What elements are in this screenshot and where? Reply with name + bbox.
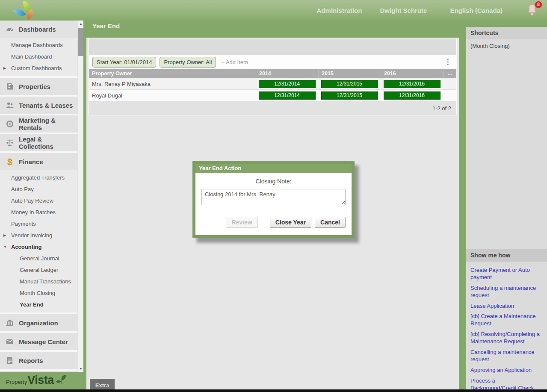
sidebar-item-money-in-batches[interactable]: Money In Batches: [0, 206, 77, 218]
sidebar-item-organization[interactable]: Organization: [0, 314, 77, 331]
sidebar-item-year-end[interactable]: Year End: [0, 299, 77, 310]
overflow-menu-icon[interactable]: ⋮: [445, 58, 451, 66]
sidebar-label: Marketing & Rentals: [19, 117, 77, 131]
help-link[interactable]: Approving an Application: [470, 367, 543, 374]
sidebar-item-aggregated-transfers[interactable]: Aggregated Transfers: [0, 172, 77, 183]
closing-note-input[interactable]: Closing 2014 for Mrs. Renay: [201, 189, 346, 205]
column-header-2014: 2014: [256, 69, 318, 78]
brand-vista-text: Vista: [27, 374, 54, 387]
table-header: Property Owner 2014 2015 2016 ...: [89, 69, 456, 78]
show-me-how-section: Show me how Create Payment or Auto payme…: [466, 249, 547, 392]
sidebar-item-reports[interactable]: Reports: [0, 352, 77, 369]
closing-note-label: Closing Note:: [195, 173, 352, 185]
sidebar-label: Reports: [19, 357, 43, 364]
close-date-button[interactable]: 12/31/2014: [259, 91, 316, 100]
year-end-table: Start Year: 01/01/2014 Property Owner: A…: [89, 55, 457, 115]
help-link[interactable]: Lease Application: [470, 303, 543, 310]
close-date-button[interactable]: 12/31/2016: [384, 91, 441, 100]
sidebar-label: Finance: [19, 158, 43, 165]
nav-language-menu[interactable]: English (Canada)▾: [450, 7, 508, 14]
sidebar-item-message-center[interactable]: Message Center: [0, 333, 77, 350]
sidebar-item-manage-dashboards[interactable]: Manage Dashboards: [0, 39, 77, 51]
sidebar-item-finance[interactable]: $ Finance: [0, 153, 77, 170]
sidebar-item-vendor-invoicing[interactable]: ▶Vendor Invoicing: [0, 230, 77, 241]
add-filter-button[interactable]: + Add Item: [221, 59, 248, 65]
show-me-how-title: Show me how: [466, 249, 547, 262]
sidebar-item-tenants-leases[interactable]: Tenants & Leases: [0, 97, 77, 114]
sidebar-item-auto-pay[interactable]: Auto Pay: [0, 183, 77, 195]
app-logo-leaves-icon: [15, 1, 38, 20]
nav-user-menu[interactable]: Dwight Schrute▾: [380, 7, 432, 14]
sidebar-item-legal-collections[interactable]: Legal & Collections: [0, 134, 77, 151]
window-bottom-edge: [0, 389, 547, 392]
pagination-status: 1-2 of 2: [89, 101, 456, 115]
people-icon: [4, 101, 15, 109]
sidebar-label: Properties: [19, 83, 50, 90]
sidebar-item-custom-dashboards[interactable]: ▶Custom Dashboards: [0, 62, 77, 74]
language-label: English (Canada): [450, 7, 503, 14]
filter-property-owner[interactable]: Property Owner: All: [160, 57, 216, 68]
top-bar: Administration Dwight Schrute▾ English (…: [0, 0, 547, 21]
table-row: Mrs. Renay P Miyasaka 12/31/2014 12/31/2…: [89, 78, 456, 89]
close-date-button[interactable]: 12/31/2016: [384, 80, 441, 88]
help-link[interactable]: Cancelling a maintenance request: [470, 349, 543, 363]
sidebar-label: Organization: [19, 319, 58, 327]
table-row: Royal Dugal 12/31/2014 12/31/2015 12/31/…: [89, 89, 456, 101]
shortcut-month-closing[interactable]: (Month Closing): [466, 39, 547, 51]
sidebar-item-dashboards[interactable]: Dashboards: [0, 21, 77, 38]
target-icon: [4, 120, 15, 128]
help-link[interactable]: [cb] Resolving/Completing a Maintenance …: [470, 331, 543, 345]
left-sidebar: Dashboards Manage Dashboards Main Dashbo…: [0, 21, 83, 372]
close-year-button[interactable]: Close Year: [270, 217, 311, 228]
dialog-buttons: Review Close Year Cancel: [195, 211, 352, 235]
sidebar-item-marketing-rentals[interactable]: Marketing & Rentals: [0, 115, 77, 133]
top-nav: Administration Dwight Schrute▾ English (…: [317, 0, 547, 21]
sidebar-group-finance: $ Finance Aggregated Transfers Auto Pay …: [0, 153, 77, 312]
sidebar-item-properties[interactable]: Properties: [0, 78, 77, 95]
sidebar-item-accounting[interactable]: ▼Accounting: [0, 241, 77, 253]
column-header-2016: 2016: [381, 69, 443, 78]
sidebar-label: Custom Dashboards: [11, 65, 62, 71]
gauge-icon: [4, 25, 15, 33]
property-vista-logo: PropertyVista: [6, 374, 67, 387]
review-button: Review: [226, 217, 257, 228]
sidebar-item-partial[interactable]: [0, 371, 77, 372]
chevron-right-icon: ▶: [3, 62, 6, 74]
sidebar-item-main-dashboard[interactable]: Main Dashboard: [0, 51, 77, 62]
scroll-up-icon[interactable]: ▲: [78, 21, 83, 27]
close-date-button[interactable]: 12/31/2014: [259, 80, 316, 88]
sidebar-item-manual-transactions[interactable]: Manual Transactions: [0, 276, 77, 287]
cancel-button[interactable]: Cancel: [315, 217, 346, 228]
sidebar-item-general-journal[interactable]: General Journal: [0, 253, 77, 264]
chevron-down-icon: ▼: [3, 241, 7, 253]
page-title: Year End: [92, 22, 120, 29]
sidebar-item-auto-pay-review[interactable]: Auto Pay Review: [0, 195, 77, 206]
sidebar-item-general-ledger[interactable]: General Ledger: [0, 264, 77, 276]
chevron-down-icon: ▾: [430, 9, 432, 13]
report-document-icon: [4, 356, 15, 365]
help-link[interactable]: Create Payment or Auto payment: [470, 267, 543, 281]
sidebar-item-month-closing[interactable]: Month Closing: [0, 287, 77, 299]
scroll-down-icon[interactable]: ▼: [78, 365, 83, 372]
help-link[interactable]: Scheduling a maintenance request: [470, 285, 543, 299]
filter-start-year[interactable]: Start Year: 01/01/2014: [92, 57, 156, 68]
dialog-title: Year End Action: [195, 164, 352, 173]
scrollbar-thumb[interactable]: [78, 28, 83, 56]
sidebar-group-dashboards: Dashboards Manage Dashboards Main Dashbo…: [0, 21, 77, 76]
notifications-button[interactable]: 8: [526, 3, 539, 18]
close-date-button[interactable]: 12/31/2015: [321, 80, 378, 88]
owner-cell: Mrs. Renay P Miyasaka: [89, 81, 256, 87]
building-icon: [4, 82, 15, 91]
show-me-how-links: Create Payment or Auto payment Schedulin…: [466, 262, 547, 392]
sidebar-label: Tenants & Leases: [19, 102, 73, 109]
help-link[interactable]: [cb] Create a Maintenance Request: [470, 313, 543, 327]
envelope-icon: [4, 337, 15, 346]
filter-bar: Start Year: 01/01/2014 Property Owner: A…: [89, 55, 456, 69]
column-header-more[interactable]: ...: [443, 69, 456, 78]
sidebar-label: Vendor Invoicing: [11, 232, 52, 239]
nav-administration[interactable]: Administration: [317, 7, 362, 14]
bank-icon: [4, 318, 15, 327]
close-date-button[interactable]: 12/31/2015: [321, 91, 378, 100]
year-end-action-dialog: Year End Action Closing Note: Closing 20…: [192, 161, 355, 238]
sidebar-item-payments[interactable]: Payments: [0, 218, 77, 230]
